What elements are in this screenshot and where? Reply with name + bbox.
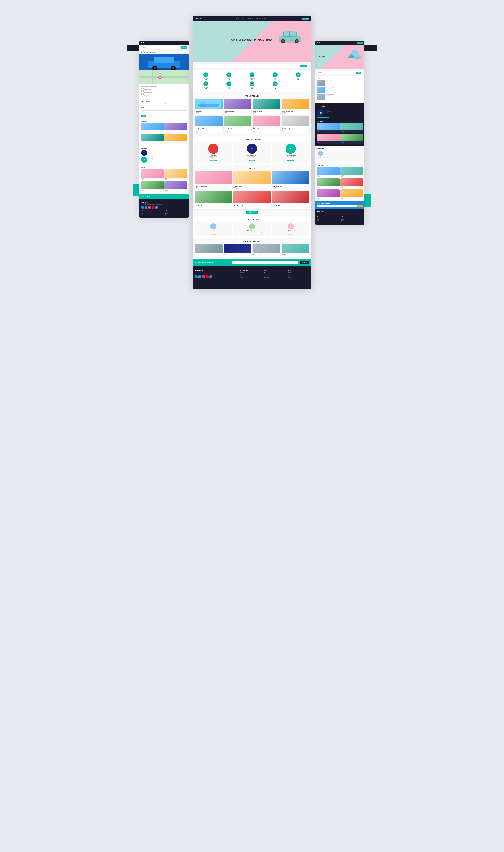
right-newsletter-input[interactable] [317,205,357,207]
left-promo-card-1[interactable]: Auto Shop$12,000 [141,123,164,133]
right-footer-link-write[interactable]: Write for us [341,219,363,220]
stat-auto[interactable]: 🛒 Auto Shop 1056 [195,72,217,80]
stat-music[interactable]: 🎵 Music 386 [218,81,240,89]
stat-clothes[interactable]: 👗 Clothes vs Jobs 897 [241,72,263,80]
promoted-ad-3[interactable]: Vacation Maldives Package $1,500 Maldive… [253,98,281,115]
view-all-button[interactable]: VIEW ALL [246,211,258,214]
left-checkbox-3[interactable]: Featured Listings [141,94,187,97]
search-input[interactable] [197,66,300,67]
vk-icon[interactable]: vk [210,275,212,278]
store-visit-btn-2[interactable]: Visit Store [249,160,255,161]
article-card-1[interactable]: Best writing practices January 20, 2019 [195,244,222,257]
left-footer-link-write[interactable]: Write for us [165,213,187,214]
right-ad-card-4[interactable]: Scooter$3,200 [340,178,363,188]
footer-link-faq[interactable]: FAQ [264,272,285,273]
article-card-3[interactable]: Employer writing tips March 10, 2019 [253,244,281,257]
youtube-icon[interactable]: ▶ [206,275,209,278]
left-footer-link-privacy[interactable]: Privacy [141,214,163,215]
stat-realestate[interactable]: 🏠 Real Estate 2005 [195,81,217,89]
newsletter-input[interactable] [232,261,299,264]
left-send-button[interactable]: Send [141,115,146,117]
stat-electronics[interactable]: 🖥️ Electronics 776 [241,81,263,89]
stat-package[interactable]: 📦 Package 885 [218,72,240,80]
left-related-card-3[interactable]: Fashion$180 [141,181,164,192]
right-footer-link-latest[interactable]: Latest Posts [341,218,363,219]
left-message-input[interactable] [141,110,187,113]
article-card-4[interactable]: HR SEO Issues April 2, 2019 [282,244,309,257]
promoted-ad-6[interactable]: Adventures Grand World Adventure $3,200 … [224,116,252,132]
left-footer-link-latest[interactable]: Latest Posts [165,212,187,213]
right-article-2[interactable]: How to create your ProductFeb 5, 2019 [317,87,363,93]
right-search-input[interactable] [319,72,355,73]
stat-tools[interactable]: 🔧 Tools 997 [264,72,286,80]
right-footer-link-terms[interactable]: Terms [317,221,339,222]
right-article-3[interactable]: Employer writing tipsMar 10, 2019 [317,94,363,100]
left-twitter-icon[interactable]: t [145,206,147,209]
footer-link-terms[interactable]: Terms of Use [264,277,285,278]
right-promo-card-2[interactable]: Electronics$450 [340,123,363,133]
promoted-ad-8[interactable]: Fashion Louis Femme Porto $750 Paris [282,116,309,132]
right-article-1[interactable]: Best writing practicesJan 20, 2019 [317,80,363,86]
checkbox-3[interactable] [141,94,144,97]
footer-link-fashion[interactable]: Fashion [240,277,262,278]
newsletter-button[interactable]: SIGN UP [300,261,309,264]
footer-link-auto[interactable]: Auto Shop [240,272,262,273]
search-button[interactable]: Search [300,65,307,67]
left-footer-link-authors[interactable]: Authors [165,214,187,215]
store-card-1[interactable]: 🔴 Peppa Store Best Store for Fashion ★★★… [195,142,232,163]
nav-compare[interactable]: COMPARE [256,18,261,19]
nav-home[interactable]: HOME [236,18,239,19]
right-post-ad-button[interactable]: POST AD [357,42,363,44]
stat-art[interactable]: 🎨 Art 1.196 [264,81,286,89]
footer-link-rules[interactable]: Blog Rules [288,275,309,276]
left-footer-link-faq[interactable]: FAQ [141,212,163,213]
checkbox-1[interactable] [141,88,144,91]
right-search-button[interactable]: Search [356,72,361,74]
footer-link-latest[interactable]: Latest Posts [288,272,309,273]
right-promo-card-1[interactable]: Auto$20,000 [317,123,340,133]
left-vk-icon[interactable]: vk [155,206,158,209]
right-ad-card-1[interactable]: Auto$20,000 [317,167,340,178]
left-search-input[interactable] [141,46,181,49]
left-search-button[interactable]: Search [181,46,187,49]
new-ad-5[interactable]: Fashion Sport Sneakers Red $120 Boston [233,191,271,210]
footer-link-re[interactable]: Real Estate [240,275,262,276]
new-ad-1[interactable]: Electronics Apple airpod white 2019 $149… [195,171,232,190]
nav-account[interactable]: MY ACCOUNT [247,18,254,19]
footer-link-privacy[interactable]: Privacy Policy [264,275,285,276]
left-youtube-icon[interactable]: ▶ [151,206,155,209]
store-visit-btn-3[interactable]: Visit Store [287,160,294,161]
article-card-2[interactable]: How to create your own Product February … [224,244,252,257]
right-promo-card-4[interactable]: Real Estate$450,000 [340,134,363,144]
footer-link-elec[interactable]: Electronics [240,274,262,275]
nav-contact[interactable]: CONTACT [263,18,267,19]
left-promo-card-3[interactable]: Vacation$899 [141,134,164,144]
left-footer-link-contact[interactable]: Contact [141,213,163,214]
left-store-row-2[interactable]: H HealthFest Magazine★★★☆☆Visit Store [141,157,187,163]
footer-link-write[interactable]: Write for us [288,274,309,275]
store-card-3[interactable]: H HealthFest Magazine Health & Wellness … [272,142,309,163]
left-promo-card-4[interactable]: Technology$1,200 [164,134,187,144]
promoted-ad-5[interactable]: Electronics Sony Camera A7 $890 Chicago [195,116,222,132]
left-checkbox-2[interactable]: Used Vehicles Only [141,91,187,94]
left-related-card-2[interactable]: Fashion$89 [164,169,187,180]
store-card-2[interactable]: go Jett Fashion Store Top Rated Store ★★… [233,142,270,163]
post-ad-button[interactable]: POST AD [302,18,309,20]
right-ad-card-5[interactable]: Fashion$89 [317,189,340,200]
right-footer-link-authors[interactable]: Authors [341,220,363,221]
right-newsletter-button[interactable]: SIGN UP [357,205,363,207]
right-promo-card-3[interactable]: Fashion$750 [317,134,340,144]
footer-link-authors[interactable]: Authors [288,277,309,278]
footer-link-contact[interactable]: Contact Us [264,274,285,275]
instagram-icon[interactable]: in [202,275,205,278]
left-checkbox-1[interactable]: Auto Shop Listings [141,88,187,91]
right-ad-card-2[interactable]: Car BMW$55,000 [340,167,363,178]
right-footer-link-faq[interactable]: FAQ [317,218,339,219]
twitter-icon[interactable]: t [198,275,201,278]
left-store-row-1[interactable]: go Jett Fashion Store★★★★★Visit Store [141,150,187,156]
nav-privacy[interactable]: PRIVACY [241,18,246,19]
facebook-icon[interactable]: f [195,275,198,278]
new-ad-3[interactable]: Auto Shop BMW Series 5 2018 $55,000 Chic… [272,171,309,190]
right-ad-card-6[interactable]: Technology$2,300 [340,189,363,200]
new-ad-6[interactable]: Auto Shop Vespa Red 2019 $3,200 Miami [272,191,309,210]
